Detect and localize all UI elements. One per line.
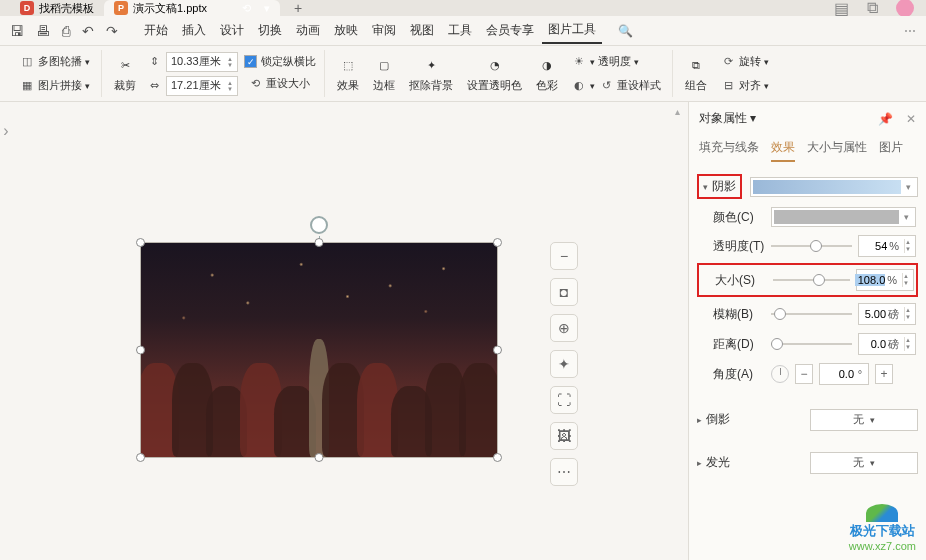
rt-view[interactable]: 视图 xyxy=(404,18,440,43)
undo-icon[interactable]: ↶ xyxy=(82,23,94,39)
rt-picture-tools[interactable]: 图片工具 xyxy=(542,17,602,44)
resize-handle[interactable] xyxy=(315,238,324,247)
blur-slider[interactable] xyxy=(771,307,852,321)
rt-insert[interactable]: 插入 xyxy=(176,18,212,43)
image-content xyxy=(141,243,497,457)
avatar[interactable] xyxy=(896,0,914,16)
rt-slideshow[interactable]: 放映 xyxy=(328,18,364,43)
align-button[interactable]: ⊟对齐▾ xyxy=(717,76,772,96)
rt-transition[interactable]: 切换 xyxy=(252,18,288,43)
thumbnail-expand[interactable]: › xyxy=(0,102,12,560)
tab-icon: D xyxy=(20,1,34,15)
tab-document[interactable]: P 演示文稿1.pptx ⟲ ▾ xyxy=(104,0,280,16)
magic-tool-button[interactable]: ✦ xyxy=(550,350,578,378)
image-join-button[interactable]: ▦图片拼接 ▾ xyxy=(16,76,93,96)
resize-handle[interactable] xyxy=(493,238,502,247)
height-input[interactable]: 10.33厘米▲▼ xyxy=(166,52,238,72)
size-slider[interactable] xyxy=(773,273,850,287)
crop-button[interactable]: ✂ 裁剪 xyxy=(110,52,140,95)
chevron-down-icon: ▾ xyxy=(85,57,90,67)
size-input[interactable]: %▲▼ xyxy=(856,269,914,291)
rt-vip[interactable]: 会员专享 xyxy=(480,18,540,43)
multi-crop-button[interactable]: ◫多图轮播 ▾ xyxy=(16,52,93,72)
more-button[interactable]: ⋯ xyxy=(550,458,578,486)
save-icon[interactable]: 🖫 xyxy=(10,23,24,39)
reflection-dropdown[interactable]: 无▾ xyxy=(810,409,918,431)
resize-handle[interactable] xyxy=(315,453,324,462)
resize-handle[interactable] xyxy=(136,346,145,355)
resize-handle[interactable] xyxy=(136,238,145,247)
resize-handle[interactable] xyxy=(136,453,145,462)
ptab-picture[interactable]: 图片 xyxy=(879,139,903,162)
new-tab-button[interactable]: + xyxy=(280,0,316,16)
carousel-icon: ◫ xyxy=(19,54,35,70)
rt-design[interactable]: 设计 xyxy=(214,18,250,43)
zoom-out-button[interactable]: − xyxy=(550,242,578,270)
resize-handle[interactable] xyxy=(493,453,502,462)
pin-icon[interactable]: 📌 xyxy=(878,112,893,126)
shadow-size-row: 大小(S) %▲▼ xyxy=(697,263,918,297)
opacity-slider[interactable] xyxy=(771,239,852,253)
angle-input[interactable]: ° xyxy=(819,363,869,385)
brush-icon[interactable]: ⎙ xyxy=(62,23,70,39)
ptab-effect[interactable]: 效果 xyxy=(771,139,795,162)
ptab-size[interactable]: 大小与属性 xyxy=(807,139,867,162)
glow-section-header[interactable]: ▸ 发光 xyxy=(697,450,730,475)
floating-tools: − ◘ ⊕ ✦ ⛶ 🖼 ⋯ xyxy=(550,242,578,486)
group-button[interactable]: ⧉组合 xyxy=(681,52,711,95)
rt-start[interactable]: 开始 xyxy=(138,18,174,43)
crop-tool-button[interactable]: ◘ xyxy=(550,278,578,306)
distance-input[interactable]: 磅▲▼ xyxy=(858,333,916,355)
tab-templates[interactable]: D 找稻壳模板 xyxy=(10,0,104,16)
canvas[interactable]: ▴ xyxy=(12,102,688,560)
selected-image[interactable] xyxy=(140,242,498,458)
height-icon: ⇕ xyxy=(146,54,162,70)
opacity-input[interactable]: %▲▼ xyxy=(858,235,916,257)
app-icon[interactable]: ▤ xyxy=(834,0,849,16)
shadow-color-swatch[interactable]: ▾ xyxy=(771,207,916,227)
cloud-icon[interactable]: ⋯ xyxy=(904,24,916,38)
brightness-button[interactable]: ☀▾透明度▾ xyxy=(568,52,642,72)
shadow-section-header[interactable]: ▾ 阴影 xyxy=(697,174,742,199)
remove-bg-button[interactable]: ✦抠除背景 xyxy=(405,52,457,95)
set-transparent-button[interactable]: ◔设置透明色 xyxy=(463,52,526,95)
lock-ratio-checkbox[interactable]: ✓ 锁定纵横比 xyxy=(244,54,316,69)
close-icon[interactable]: ✕ xyxy=(906,112,916,126)
notification-icon[interactable]: ⧉ xyxy=(867,0,878,16)
toolbar: ◫多图轮播 ▾ ▦图片拼接 ▾ ✂ 裁剪 ⇕ 10.33厘米▲▼ ⇔ 17.21… xyxy=(0,46,926,102)
rotate-handle[interactable] xyxy=(310,216,328,234)
width-icon: ⇔ xyxy=(146,78,162,94)
image-tool-button[interactable]: 🖼 xyxy=(550,422,578,450)
rotate-button[interactable]: ⟳旋转▾ xyxy=(717,52,772,72)
chevron-down-icon: ▾ xyxy=(85,81,90,91)
scroll-up-icon[interactable]: ▴ xyxy=(675,106,680,117)
angle-dial[interactable] xyxy=(771,365,789,383)
redo-icon[interactable]: ↷ xyxy=(106,23,118,39)
rt-tools[interactable]: 工具 xyxy=(442,18,478,43)
width-input[interactable]: 17.21厘米▲▼ xyxy=(166,76,238,96)
zoom-in-button[interactable]: ⊕ xyxy=(550,314,578,342)
shadow-preset-dropdown[interactable]: ▾ xyxy=(750,177,918,197)
rt-review[interactable]: 审阅 xyxy=(366,18,402,43)
distance-slider[interactable] xyxy=(771,337,852,351)
shadow-angle-row: 角度(A) − ° + xyxy=(697,359,918,389)
reflection-section-header[interactable]: ▸ 倒影 xyxy=(697,407,730,432)
rt-animation[interactable]: 动画 xyxy=(290,18,326,43)
border-button[interactable]: ▢边框 xyxy=(369,52,399,95)
print-icon[interactable]: 🖶 xyxy=(36,23,50,39)
resize-handle[interactable] xyxy=(493,346,502,355)
contrast-icon: ◐ xyxy=(571,78,587,94)
effect-button[interactable]: ⬚效果 xyxy=(333,52,363,95)
angle-minus-button[interactable]: − xyxy=(795,364,813,384)
color-button[interactable]: ◑色彩 xyxy=(532,52,562,95)
contrast-button[interactable]: ◐▾↺重设样式 xyxy=(568,76,664,96)
angle-plus-button[interactable]: + xyxy=(875,364,893,384)
glow-dropdown[interactable]: 无▾ xyxy=(810,452,918,474)
dropdown-icon[interactable]: ▾ xyxy=(264,2,270,15)
fullscreen-button[interactable]: ⛶ xyxy=(550,386,578,414)
search-icon[interactable]: 🔍 xyxy=(618,24,633,38)
reset-size-button[interactable]: ⟲重设大小 xyxy=(244,73,313,93)
ptab-fill[interactable]: 填充与线条 xyxy=(699,139,759,162)
blur-input[interactable]: 磅▲▼ xyxy=(858,303,916,325)
tab-label: 演示文稿1.pptx xyxy=(133,1,207,16)
